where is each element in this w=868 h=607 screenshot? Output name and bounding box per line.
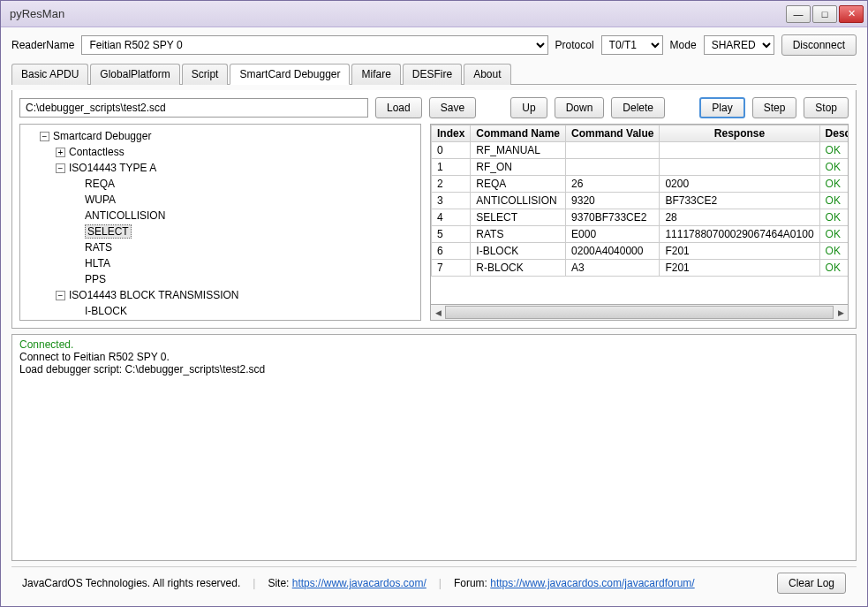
command-table-wrap: IndexCommand NameCommand ValueResponseDe… xyxy=(430,124,849,321)
log-line: Load debugger script: C:\debugger_script… xyxy=(19,363,849,376)
toolbar: Load Save Up Down Delete Play Step Stop xyxy=(19,97,849,118)
tab-mifare[interactable]: Mifare xyxy=(351,64,400,85)
reader-select[interactable]: Feitian R502 SPY 0 xyxy=(81,35,547,55)
tree-node[interactable]: Contactless xyxy=(69,146,125,158)
collapse-icon[interactable]: − xyxy=(40,132,49,141)
copyright: JavaCardOS Technologies. All rights rese… xyxy=(22,577,240,589)
col-header[interactable]: Descriptio xyxy=(819,125,849,142)
tab-basic-apdu[interactable]: Basic APDU xyxy=(11,64,88,85)
col-header[interactable]: Command Value xyxy=(566,125,660,142)
table-row[interactable]: 5RATSE00011117880700029067464A0100OK xyxy=(432,226,849,243)
close-button[interactable]: ✕ xyxy=(839,5,864,23)
tab-bar: Basic APDUGlobalPlatformScriptSmartCard … xyxy=(11,63,857,85)
connection-row: ReaderName Feitian R502 SPY 0 Protocol T… xyxy=(11,34,857,56)
tree-leaf[interactable]: WUPA xyxy=(85,193,116,206)
tree-node[interactable]: ISO14443 TYPE A xyxy=(69,162,156,174)
content: ReaderName Feitian R502 SPY 0 Protocol T… xyxy=(1,27,867,606)
scroll-left-icon[interactable]: ◀ xyxy=(431,305,445,320)
tree-leaf[interactable]: REQA xyxy=(85,178,115,190)
footer: JavaCardOS Technologies. All rights rese… xyxy=(11,566,857,599)
tab-script[interactable]: Script xyxy=(182,64,229,85)
clear-log-button[interactable]: Clear Log xyxy=(777,573,846,594)
scroll-thumb[interactable] xyxy=(445,306,834,319)
table-row[interactable]: 0RF_MANUALOK xyxy=(432,142,849,159)
collapse-icon[interactable]: − xyxy=(56,291,65,300)
log-line: Connect to Feitian R502 SPY 0. xyxy=(19,351,849,363)
split-pane: −Smartcard Debugger+Contactless−ISO14443… xyxy=(19,124,849,321)
site-label: Site: xyxy=(268,577,291,589)
stop-button[interactable]: Stop xyxy=(804,97,849,118)
expand-icon[interactable]: + xyxy=(56,148,65,157)
down-button[interactable]: Down xyxy=(555,97,605,118)
table-row[interactable]: 7R-BLOCKA3F201OK xyxy=(432,260,849,277)
script-path-input[interactable] xyxy=(19,98,368,118)
horizontal-scrollbar[interactable]: ◀ ▶ xyxy=(430,305,849,321)
minimize-button[interactable]: — xyxy=(786,5,811,23)
disconnect-button[interactable]: Disconnect xyxy=(781,34,857,56)
app-window: pyResMan — □ ✕ ReaderName Feitian R502 S… xyxy=(0,0,868,607)
command-table[interactable]: IndexCommand NameCommand ValueResponseDe… xyxy=(430,124,849,305)
debugger-panel: Load Save Up Down Delete Play Step Stop … xyxy=(11,90,857,329)
maximize-button[interactable]: □ xyxy=(812,5,837,23)
window-buttons: — □ ✕ xyxy=(786,5,864,23)
forum-link[interactable]: https://www.javacardos.com/javacardforum… xyxy=(490,577,694,589)
protocol-select[interactable]: T0/T1 xyxy=(601,35,663,55)
table-row[interactable]: 3ANTICOLLISION9320BF733CE2OK xyxy=(432,193,849,209)
tab-globalplatform[interactable]: GlobalPlatform xyxy=(90,64,179,85)
reader-label: ReaderName xyxy=(11,39,74,51)
collapse-icon[interactable]: − xyxy=(56,163,65,173)
site-link[interactable]: https://www.javacardos.com/ xyxy=(292,577,426,589)
load-button[interactable]: Load xyxy=(375,97,422,118)
window-title: pyResMan xyxy=(10,7,786,20)
col-header[interactable]: Command Name xyxy=(471,125,566,142)
table-row[interactable]: 6I-BLOCK0200A4040000F201OK xyxy=(432,243,849,260)
delete-button[interactable]: Delete xyxy=(611,97,665,118)
tab-smartcard-debugger[interactable]: SmartCard Debugger xyxy=(230,64,350,85)
tab-about[interactable]: About xyxy=(464,64,510,85)
play-button[interactable]: Play xyxy=(699,97,744,118)
table-row[interactable]: 2REQA260200OK xyxy=(432,176,849,193)
titlebar: pyResMan — □ ✕ xyxy=(1,1,867,27)
log-panel[interactable]: Connected.Connect to Feitian R502 SPY 0.… xyxy=(11,334,857,561)
tree-leaf[interactable]: HLTA xyxy=(85,257,110,269)
log-line: Connected. xyxy=(19,338,849,351)
tree-leaf[interactable]: SELECT xyxy=(85,224,132,239)
scroll-right-icon[interactable]: ▶ xyxy=(834,305,848,320)
tree-leaf[interactable]: RATS xyxy=(85,241,112,254)
col-header[interactable]: Index xyxy=(432,125,471,142)
save-button[interactable]: Save xyxy=(429,97,476,118)
tree-leaf[interactable]: I-BLOCK xyxy=(85,305,127,317)
up-button[interactable]: Up xyxy=(510,97,547,118)
col-header[interactable]: Response xyxy=(660,125,819,142)
table-row[interactable]: 1RF_ONOK xyxy=(432,159,849,176)
protocol-label: Protocol xyxy=(555,39,594,51)
step-button[interactable]: Step xyxy=(752,97,797,118)
command-tree[interactable]: −Smartcard Debugger+Contactless−ISO14443… xyxy=(19,124,421,321)
tree-leaf[interactable]: ANTICOLLISION xyxy=(85,209,165,222)
tab-desfire[interactable]: DESFire xyxy=(403,64,462,85)
tree-node[interactable]: ISO14443 BLOCK TRANSMISSION xyxy=(69,289,239,301)
table-row[interactable]: 4SELECT9370BF733CE228OK xyxy=(432,209,849,226)
tree-leaf[interactable]: PPS xyxy=(85,273,106,285)
mode-select[interactable]: SHARED xyxy=(704,35,774,55)
tree-root[interactable]: Smartcard Debugger xyxy=(53,130,151,142)
forum-label: Forum: xyxy=(454,577,490,589)
mode-label: Mode xyxy=(670,39,697,51)
